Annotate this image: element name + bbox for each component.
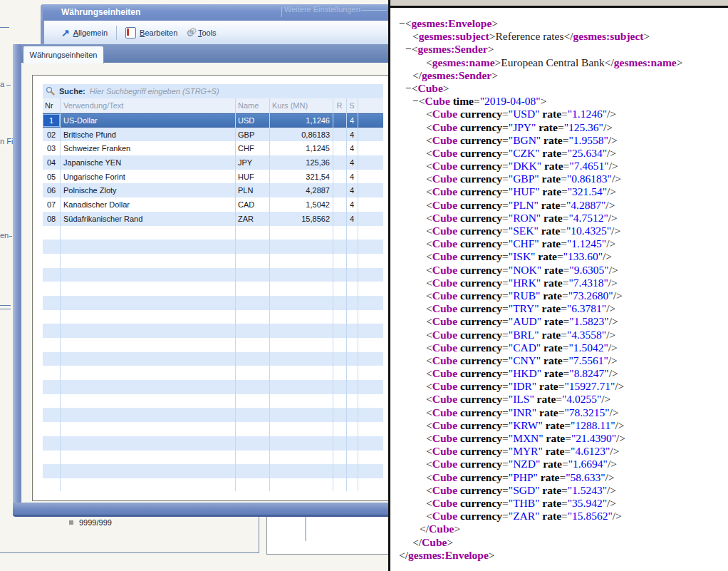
col-header-kurs[interactable]: Kurs (MN): [269, 101, 333, 110]
xml-tag-name: Cube: [432, 185, 457, 197]
allgemein-button[interactable]: ↗ Allgemein: [57, 26, 112, 39]
xml-tag-name: Cube: [432, 315, 457, 327]
xml-attr-value: "PLN": [509, 199, 539, 211]
xml-punct: >: [447, 536, 453, 548]
xml-punct: =: [561, 237, 567, 250]
xml-punct: =: [561, 497, 568, 509]
xml-attr-name: currency: [460, 341, 502, 354]
xml-attr-value: "RUB": [509, 289, 541, 302]
cell: Schweizer Franken: [60, 144, 235, 153]
xml-punct: <: [426, 56, 432, 68]
cell: 07: [43, 200, 60, 209]
xml-line: <Cube currency="GBP" rate="0.86183"/>: [390, 173, 728, 185]
xml-attr-value: "35.942": [568, 497, 607, 509]
xml-line: </gesmes:Sender>: [390, 69, 728, 82]
xml-attr-name: currency: [460, 225, 502, 237]
xml-punct: =: [502, 445, 509, 457]
xml-punct: =: [502, 302, 509, 314]
xml-punct: =: [562, 458, 568, 470]
xml-attr-name: rate: [542, 185, 561, 197]
xml-punct: />: [608, 458, 617, 470]
xml-attr-name: rate: [544, 134, 563, 146]
xml-punct: =: [502, 471, 509, 483]
bearbeiten-button[interactable]: Bearbeiten: [121, 25, 182, 41]
cell: 4: [346, 144, 358, 153]
xml-tag-name: gesmes:subject: [573, 30, 644, 42]
xml-punct: <: [426, 471, 432, 483]
cell: 15,8562: [269, 215, 333, 223]
xml-attr-value: "125.36": [564, 121, 603, 133]
xml-punct: =: [565, 432, 571, 444]
xml-tag-name: Cube: [432, 237, 457, 250]
col-header-r[interactable]: R: [333, 101, 346, 110]
column-separator: [346, 98, 347, 491]
col-header-name[interactable]: Name: [235, 101, 269, 110]
xml-attr-name: currency: [460, 289, 502, 302]
xml-attr-value: "KRW": [509, 419, 543, 431]
collapse-toggle[interactable]: −: [405, 43, 412, 55]
collapse-toggle[interactable]: −: [412, 95, 419, 107]
cell: 04: [43, 158, 60, 167]
xml-attr-name: currency: [460, 277, 502, 289]
xml-line: <Cube currency="THB" rate="35.942"/>: [390, 497, 728, 510]
xml-punct: />: [606, 302, 615, 314]
cell: CAD: [235, 200, 269, 209]
xml-attr-name: currency: [460, 432, 502, 444]
xml-punct: />: [607, 497, 616, 509]
cell: Britische Pfund: [60, 130, 235, 139]
xml-punct: </: [563, 30, 573, 42]
xml-line: <Cube currency="SGD" rate="1.5243"/>: [390, 484, 728, 497]
xml-punct: =: [502, 380, 509, 392]
xml-punct: >: [644, 30, 650, 42]
table-container: Suche: Hier Suchbegriff eingeben (STRG+S…: [32, 75, 394, 501]
xml-punct: =: [564, 445, 571, 457]
xml-line: <Cube currency="TRY" rate="6.3781"/>: [390, 302, 728, 315]
xml-punct: =: [502, 225, 509, 237]
xml-punct: =: [561, 329, 567, 341]
xml-attr-value: "THB": [509, 497, 540, 509]
browser-top-edge: [390, 0, 728, 6]
xml-tag-name: Cube: [432, 471, 457, 483]
xml-punct: <: [426, 108, 432, 120]
xml-attr-name: time: [453, 95, 474, 107]
xml-attr-name: rate: [546, 445, 565, 457]
col-header-text[interactable]: Verwendung/Text: [60, 101, 235, 110]
search-bar[interactable]: Suche: Hier Suchbegriff eingeben (STRG+S…: [43, 84, 383, 98]
tools-button[interactable]: ⚙ Tools: [182, 26, 220, 40]
xml-punct: =: [561, 302, 567, 314]
xml-punct: =: [557, 250, 563, 262]
cell: 1,1246: [269, 116, 333, 125]
cell: Ungarische Forint: [60, 173, 235, 181]
xml-attr-name: rate: [544, 367, 563, 379]
xml-attr-value: "1.1246": [568, 108, 607, 120]
col-header-s[interactable]: S: [346, 101, 358, 110]
xml-attr-value: "0.86183": [567, 173, 612, 185]
xml-attr-name: currency: [460, 406, 502, 418]
xml-tag-name: Cube: [432, 445, 457, 457]
xml-punct: =: [559, 471, 566, 483]
cell: 03: [43, 144, 60, 153]
collapse-toggle[interactable]: −: [405, 82, 412, 94]
xml-attr-value: "4.7512": [569, 212, 608, 224]
xml-attr-value: "78.3215": [564, 406, 609, 418]
xml-attr-value: "321.54": [568, 185, 607, 197]
xml-punct: <: [426, 147, 432, 159]
collapse-toggle[interactable]: −: [399, 17, 405, 29]
xml-attr-value: "DKK": [509, 160, 541, 172]
col-header-nr[interactable]: Nr: [43, 101, 60, 110]
bg-groupbox-edge: [259, 515, 259, 553]
xml-attr-name: rate: [541, 471, 560, 483]
xml-punct: =: [502, 367, 509, 379]
cell: 08: [43, 215, 60, 223]
xml-punct: />: [615, 419, 625, 431]
search-placeholder: Hier Suchbegriff eingeben (STRG+S): [90, 87, 219, 96]
edit-notebook-icon: [125, 27, 136, 38]
xml-attr-name: rate: [542, 302, 561, 314]
xml-punct: />: [608, 341, 618, 354]
bg-label-fragment: en: [0, 231, 9, 240]
xml-punct: />: [607, 185, 616, 197]
tab-waehrungseinheiten[interactable]: Währungseinheiten: [23, 46, 104, 63]
cell: JPY: [235, 158, 269, 167]
cell: PLN: [235, 186, 269, 195]
xml-punct: =: [502, 121, 509, 133]
